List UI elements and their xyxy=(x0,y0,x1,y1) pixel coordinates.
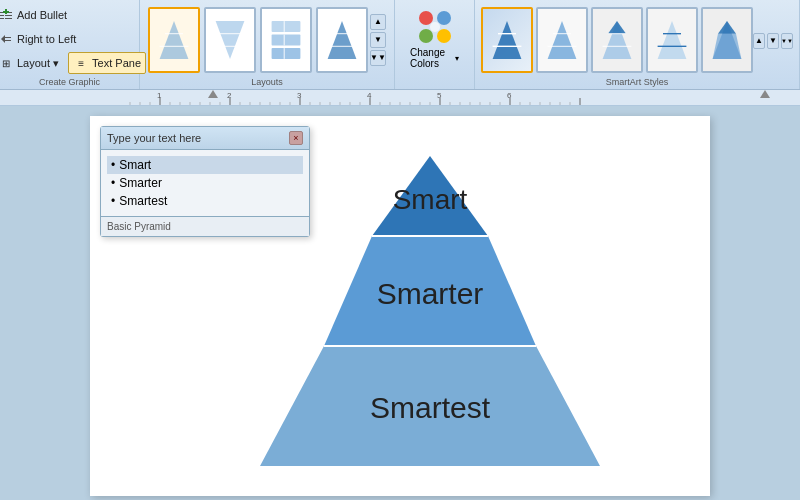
horizontal-ruler: 1 2 3 4 xyxy=(0,90,800,106)
svg-marker-36 xyxy=(608,21,626,34)
svg-marker-12 xyxy=(216,21,245,59)
svg-rect-2 xyxy=(0,18,4,19)
svg-rect-5 xyxy=(5,18,12,19)
svg-text:1: 1 xyxy=(157,91,162,100)
smartart-thumb-5[interactable] xyxy=(701,7,753,73)
change-colors-icon xyxy=(417,9,453,45)
svg-text:3: 3 xyxy=(297,91,302,100)
svg-point-27 xyxy=(437,29,451,43)
svg-point-26 xyxy=(419,29,433,43)
text-pane-panel: Type your text here × • Smart • Smarter … xyxy=(100,126,310,237)
smartart-scroll-up[interactable]: ▲ xyxy=(753,33,765,49)
svg-text:6: 6 xyxy=(507,91,512,100)
smartart-styles-group: ▲ ▼ ▼▼ SmartArt Styles xyxy=(475,0,800,89)
bullet-1: • xyxy=(111,176,115,190)
smartart-thumb-1[interactable] xyxy=(481,7,533,73)
text-pane-footer-text: Basic Pyramid xyxy=(107,221,171,232)
text-pane-item-text-1: Smarter xyxy=(119,176,162,190)
document-page: Type your text here × • Smart • Smarter … xyxy=(90,116,710,496)
layout-button[interactable]: ⊞ Layout ▾ xyxy=(0,52,64,74)
change-colors-label: Change Colors xyxy=(410,47,454,69)
create-graphic-buttons: Add Bullet Right to Left ⊞ Layout ▾ ≡ Te… xyxy=(0,4,146,86)
svg-text:4: 4 xyxy=(367,91,372,100)
right-to-left-label: Right to Left xyxy=(17,33,76,45)
pyramid-label-2: Smarter xyxy=(377,277,484,310)
add-bullet-label: Add Bullet xyxy=(17,9,67,21)
layout-thumb-4[interactable] xyxy=(316,7,368,73)
svg-marker-8 xyxy=(1,35,11,43)
svg-rect-17 xyxy=(272,48,301,59)
svg-point-28 xyxy=(430,22,440,32)
ruler-svg: 1 2 3 4 xyxy=(0,90,800,106)
layout-scroll-down[interactable]: ▼ xyxy=(370,32,386,48)
change-colors-button[interactable]: Change Colors ▾ xyxy=(401,4,468,84)
main-area: Type your text here × • Smart • Smarter … xyxy=(0,106,800,500)
create-graphic-group: Add Bullet Right to Left ⊞ Layout ▾ ≡ Te… xyxy=(0,0,140,89)
smartart-thumb-3[interactable] xyxy=(591,7,643,73)
svg-marker-32 xyxy=(548,21,577,59)
text-pane-item-2[interactable]: • Smartest xyxy=(107,192,303,210)
bullet-0: • xyxy=(111,158,115,172)
smartart-thumb-2[interactable] xyxy=(536,7,588,73)
svg-point-25 xyxy=(437,11,451,25)
text-pane-item-text-0: Smart xyxy=(119,158,151,172)
document-area: Type your text here × • Smart • Smarter … xyxy=(0,106,800,500)
layout-thumbnails xyxy=(148,7,368,73)
text-pane-title: Type your text here xyxy=(107,132,201,144)
add-bullet-button[interactable]: Add Bullet xyxy=(0,4,146,26)
svg-point-24 xyxy=(419,11,433,25)
right-to-left-button[interactable]: Right to Left xyxy=(0,28,146,50)
layout-scroll-more[interactable]: ▼▼ xyxy=(370,50,386,66)
svg-marker-44 xyxy=(713,33,742,58)
svg-rect-7 xyxy=(3,11,9,13)
create-graphic-label: Create Graphic xyxy=(0,77,139,87)
layouts-label: Layouts xyxy=(140,77,394,87)
pyramid-label-1: Smart xyxy=(393,184,468,215)
svg-marker-39 xyxy=(658,21,687,59)
smartart-style-thumbnails xyxy=(481,7,753,73)
ribbon: Add Bullet Right to Left ⊞ Layout ▾ ≡ Te… xyxy=(0,0,800,90)
svg-marker-21 xyxy=(328,21,357,59)
bullet-2: • xyxy=(111,194,115,208)
text-pane-item-0[interactable]: • Smart xyxy=(107,156,303,174)
text-pane-header: Type your text here × xyxy=(101,127,309,150)
svg-text:5: 5 xyxy=(437,91,442,100)
smartart-scroll-more[interactable]: ▼▼ xyxy=(781,33,793,49)
svg-rect-16 xyxy=(272,34,301,45)
layout-label: Layout ▾ xyxy=(17,57,59,70)
layout-thumb-1[interactable] xyxy=(148,7,200,73)
svg-text:2: 2 xyxy=(227,91,232,100)
text-pane-button[interactable]: ≡ Text Pane xyxy=(68,52,146,74)
svg-rect-4 xyxy=(5,15,12,16)
text-pane-label: Text Pane xyxy=(92,57,141,69)
text-pane-item-1[interactable]: • Smarter xyxy=(107,174,303,192)
svg-rect-15 xyxy=(272,21,301,32)
svg-marker-9 xyxy=(160,21,189,59)
svg-rect-1 xyxy=(0,15,4,16)
text-pane-close-button[interactable]: × xyxy=(289,131,303,145)
layout-thumb-3[interactable] xyxy=(260,7,312,73)
layout-icon: ⊞ xyxy=(0,55,14,71)
smartart-thumb-4[interactable] xyxy=(646,7,698,73)
layout-scroll-up[interactable]: ▲ xyxy=(370,14,386,30)
text-pane-body: • Smart • Smarter • Smartest xyxy=(101,150,309,216)
svg-marker-43 xyxy=(718,21,736,34)
text-pane-item-text-2: Smartest xyxy=(119,194,167,208)
layout-thumb-2[interactable] xyxy=(204,7,256,73)
right-to-left-icon xyxy=(0,31,14,47)
text-pane-icon: ≡ xyxy=(73,55,89,71)
add-bullet-icon xyxy=(0,7,14,23)
smartart-scroll-down[interactable]: ▼ xyxy=(767,33,779,49)
change-colors-group: Change Colors ▾ xyxy=(395,0,475,89)
change-colors-arrow: ▾ xyxy=(455,54,459,63)
smartart-styles-label: SmartArt Styles xyxy=(475,77,799,87)
layouts-group: ▲ ▼ ▼▼ Layouts xyxy=(140,0,395,89)
text-pane-footer: Basic Pyramid xyxy=(101,216,309,236)
svg-marker-29 xyxy=(493,21,522,59)
layout-scroll-controls: ▲ ▼ ▼▼ xyxy=(370,14,386,66)
pyramid-label-3: Smartest xyxy=(370,391,491,424)
